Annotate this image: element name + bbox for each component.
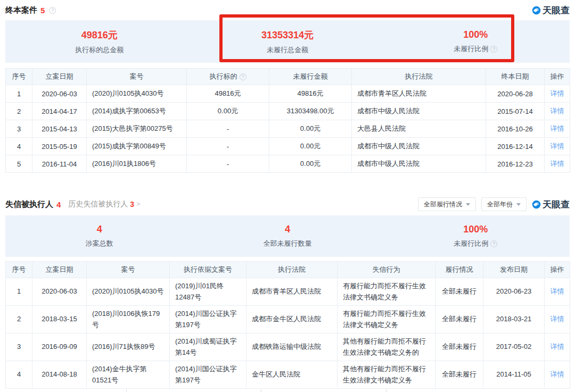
table-cell: 详情 [545,278,570,306]
table-row: 52016-11-04(2016)川01执1806号-0.00元成都市中级人民法… [6,155,570,173]
table-cell: 大邑县人民法院 [352,120,486,138]
detail-link[interactable]: 详情 [551,89,564,97]
detail-link[interactable]: 详情 [551,287,564,295]
col-header-exec-court: 执行法院 [247,262,338,278]
help-icon[interactable]: ? [240,73,247,80]
stat-unfulfilled-total: 31353314元 未履行总金额 [193,29,381,55]
table-cell: 其他有履行能力而拒不履行生效法律文书确定义务的 [338,333,436,361]
detail-link[interactable]: 详情 [551,107,564,115]
stat-label: 涉案总数 [86,239,113,248]
tianyancha-logo-icon [532,6,541,15]
filter-year-dropdown[interactable]: 全部年份 [481,197,527,211]
dishonest-persons-table: 序号 立案日期 案号 执行依据文案号 执行法院 失信行为 履行情况 发布日期 操… [5,261,570,389]
col-header-filing-date: 立案日期 [32,69,87,85]
table-row: 32015-04-13(2015)大邑执字第00275号-0.00元大邑县人民法… [6,120,570,138]
table-cell: 4 [6,361,32,389]
filter-label: 全部年份 [487,200,513,209]
table-cell: 2020-06-28 [486,85,545,103]
table-cell: 有履行能力而拒不履行生效法律文书确定义务 [338,278,436,306]
table-row: 12020-06-03(2020)川0105执4030号(2019)川01民终1… [6,278,570,306]
help-icon[interactable]: ? [49,7,56,14]
stat-value: 100% [463,224,488,235]
table-cell: 3 [6,120,32,138]
table-cell: 5 [6,155,32,173]
final-cases-stats-panel: 49816元 执行标的总金额 31353314元 未履行总金额 100% 未履行… [5,20,570,63]
table-cell-text: (2018)川0106执恢179号 [92,310,160,328]
stat-label: 未履行比例 ? [454,239,497,248]
table-cell-text: (2015)大邑执字第00275号 [92,124,173,132]
table-cell: 2014-08-18 [32,361,87,389]
detail-link[interactable]: 详情 [551,370,564,378]
column-divider-tick [386,389,387,392]
col-header-publish-date: 发布日期 [483,262,545,278]
table-cell-text: 2018-03-15 [42,315,77,323]
table-cell: 2018-03-15 [32,306,87,333]
table-row: 42014-08-18(2014)金牛执字第01521号(2014)川国公证执字… [6,361,570,389]
table-cell: 详情 [545,120,570,138]
table-cell-text: 2016-09-09 [42,343,77,351]
detail-link[interactable]: 详情 [551,142,564,150]
table-cell: 31303498.00元 [269,103,352,120]
table-cell: (2015)大邑执字第00275号 [87,120,187,138]
table-cell: 详情 [545,333,570,361]
table-cell: - [187,138,269,155]
table-cell-text: (2014)成执字第00653号 [92,107,166,115]
detail-link[interactable]: 详情 [551,343,564,351]
table-cell-text: (2014)川国公证执字第197号 [175,310,237,328]
table-cell: 2016-09-09 [32,333,87,361]
col-header-unfulfilled-amount: 未履行金额 [269,69,352,85]
help-icon[interactable]: ? [490,240,497,247]
col-header-action: 操作 [545,69,570,85]
stat-value: 49816元 [81,29,118,41]
col-header-case-no: 案号 [87,69,187,85]
table-cell-text: 成都市金牛区人民法院 [252,315,321,323]
col-header-final-date: 终本日期 [486,69,545,85]
table-cell-text: 1 [17,287,21,295]
section-title-final-cases: 终本案件 [5,5,37,15]
chevron-right-icon: > [136,201,140,208]
filter-label: 全部履行情况 [424,200,462,209]
column-divider-tick [126,389,127,392]
table-cell: 成都市青羊区人民法院 [352,85,486,103]
final-cases-header: 终本案件 5 ? 天眼查 [5,4,570,16]
table-cell-text: 2020-06-23 [496,287,532,295]
detail-link[interactable]: 详情 [551,160,564,168]
table-cell: 0.00元 [187,103,269,120]
history-dishonest-link[interactable]: 历史失信被执行人 3 > [68,199,140,209]
table-cell-text: (2014)金牛执字第01521号 [92,365,147,383]
table-cell-text: 全部未履行 [442,343,477,351]
table-cell-text: 成都铁路运输中级法院 [252,343,321,351]
stat-value: 4 [285,224,290,235]
tianyancha-logo-text: 天眼查 [543,4,570,16]
table-cell: (2014)川国公证执字第197号 [170,361,247,389]
table-row: 22018-03-15(2018)川0106执恢179号(2014)川国公证执字… [6,306,570,333]
table-cell: 2 [6,306,32,333]
table-cell: 成都市中级人民法院 [352,155,486,173]
help-icon[interactable]: ? [490,46,497,53]
filter-fulfillment-status-dropdown[interactable]: 全部履行情况 [418,197,476,211]
table-cell-text: 有履行能力而拒不履行生效法律文书确定义务 [343,310,426,328]
table-cell-text: 1 [17,90,21,98]
col-header-seq: 序号 [6,69,32,85]
tianyancha-logo: 天眼查 [532,4,570,16]
table-cell: 全部未履行 [436,306,483,333]
table-cell: 2018-03-21 [483,306,545,333]
table-header-row: 序号 立案日期 案号 执行依据文案号 执行法院 失信行为 履行情况 发布日期 操… [6,262,570,278]
table-cell: (2014)川成蜀证执字第14号 [170,333,247,361]
table-cell-text: 2014-11-05 [496,370,531,378]
table-cell: 详情 [545,361,570,389]
table-cell-text: 成都市青羊区人民法院 [357,89,426,97]
detail-link[interactable]: 详情 [551,315,564,323]
detail-link[interactable]: 详情 [551,124,564,132]
table-cell: 0.00元 [269,138,352,155]
table-cell-text: - [227,160,229,168]
stat-unfulfilled-ratio: 100% 未履行比例 ? [382,224,570,248]
col-header-exec-court: 执行法院 [352,69,486,85]
table-row: 12020-06-03(2020)川0105执4030号49816元49816元… [6,85,570,103]
stat-label: 未履行总金额 [267,45,308,55]
table-cell: 2 [6,103,32,120]
table-cell: 2016-11-04 [32,155,87,173]
table-cell-text: 全部未履行 [442,370,477,378]
table-cell: (2016)川71执恢89号 [87,333,170,361]
section-title-dishonest: 失信被执行人 [5,199,53,210]
